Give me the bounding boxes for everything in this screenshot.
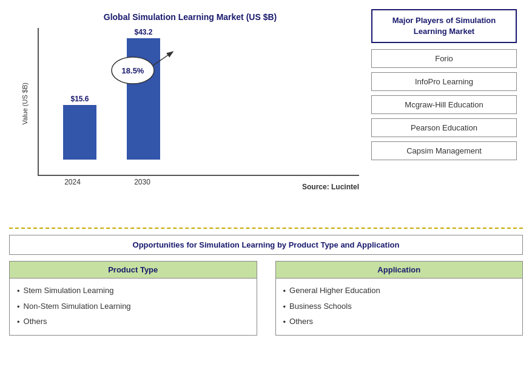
- main-container: Global Simulation Learning Market (US $B…: [0, 0, 532, 392]
- app-item-higher-ed: • General Higher Education: [283, 283, 516, 299]
- player-infopro: InfoPro Learning: [371, 72, 517, 91]
- application-column: Application • General Higher Education •…: [275, 261, 524, 336]
- bottom-section: Opportunities for Simulation Learning by…: [9, 232, 523, 386]
- bullet-business: •: [283, 300, 286, 315]
- bullet-app-others: •: [283, 315, 286, 330]
- product-item-stem-label: Stem Simulation Learning: [24, 283, 114, 299]
- product-item-nonstem: • Non-Stem Simulation Learning: [17, 299, 249, 315]
- bottom-columns: Product Type • Stem Simulation Learning …: [9, 261, 523, 336]
- product-type-header: Product Type: [10, 262, 257, 279]
- opportunities-title: Opportunities for Simulation Learning by…: [9, 235, 523, 255]
- bar-group-2024: $15.6: [63, 95, 96, 160]
- annotation-area: 18.5%: [106, 46, 178, 96]
- bar-value-2024: $15.6: [70, 95, 89, 103]
- player-pearson: Pearson Education: [371, 118, 517, 137]
- chart-wrapper: Value (US $B) $15.6: [21, 28, 359, 180]
- player-capsim: Capsim Management: [371, 141, 517, 160]
- x-labels: 2024 2030: [38, 178, 359, 186]
- product-item-nonstem-label: Non-Stem Simulation Learning: [24, 299, 131, 314]
- chart-title: Global Simulation Learning Market (US $B…: [104, 12, 277, 22]
- bullet-others: •: [17, 315, 20, 330]
- bar-2024: [63, 105, 96, 160]
- bar-value-2030: $43.2: [134, 28, 152, 36]
- application-header: Application: [276, 262, 523, 279]
- product-item-others-label: Others: [24, 314, 47, 329]
- major-players-title: Major Players of Simulation Learning Mar…: [371, 9, 517, 43]
- app-item-others-label: Others: [289, 314, 313, 329]
- application-content: • General Higher Education • Business Sc…: [276, 279, 523, 335]
- product-type-column: Product Type • Stem Simulation Learning …: [9, 261, 257, 336]
- app-item-others: • Others: [283, 314, 516, 330]
- arrow-svg: 18.5%: [106, 46, 178, 95]
- bullet-higher-ed: •: [283, 284, 286, 299]
- app-item-business: • Business Schools: [283, 299, 516, 315]
- bullet-nonstem: •: [17, 300, 20, 315]
- player-forio: Forio: [371, 49, 517, 68]
- chart-area: Global Simulation Learning Market (US $B…: [9, 6, 365, 225]
- svg-text:18.5%: 18.5%: [122, 66, 144, 75]
- player-mcgraw: Mcgraw-Hill Education: [371, 95, 517, 114]
- app-item-business-label: Business Schools: [289, 299, 352, 314]
- product-type-content: • Stem Simulation Learning • Non-Stem Si…: [10, 279, 257, 335]
- x-label-2030: 2030: [107, 178, 177, 186]
- chart-inner: $15.6 18.5%: [32, 28, 359, 180]
- app-item-higher-ed-label: General Higher Education: [289, 283, 380, 299]
- product-item-others: • Others: [17, 314, 249, 330]
- top-section: Global Simulation Learning Market (US $B…: [9, 6, 523, 225]
- section-divider: [9, 228, 523, 229]
- svg-line-2: [153, 52, 172, 66]
- bars-area: $15.6 18.5%: [38, 28, 359, 176]
- right-panel: Major Players of Simulation Learning Mar…: [365, 6, 523, 225]
- product-item-stem: • Stem Simulation Learning: [17, 283, 249, 299]
- y-axis-label: Value (US $B): [21, 83, 29, 125]
- x-label-2024: 2024: [38, 178, 107, 186]
- bullet-stem: •: [17, 284, 20, 299]
